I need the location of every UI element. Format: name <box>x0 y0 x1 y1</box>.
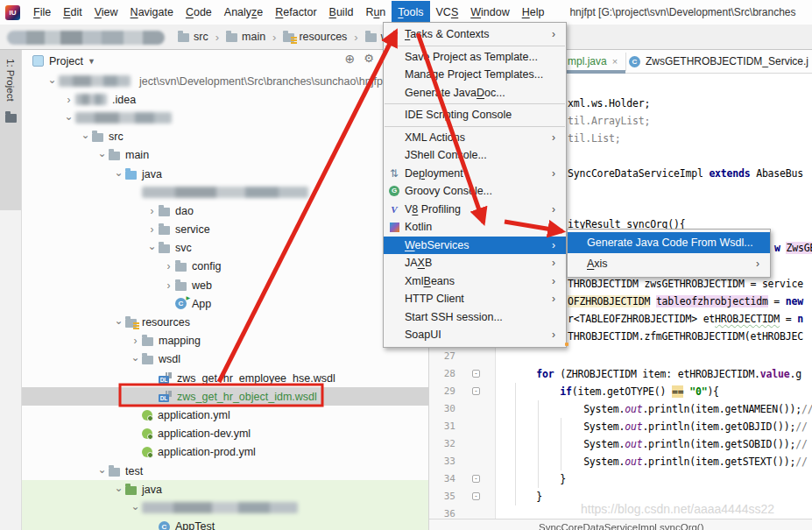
menubar-item-vcs[interactable]: VCS <box>430 1 465 24</box>
chevron-expanded-icon[interactable]: ⌄ <box>112 482 125 494</box>
chevron-down-icon[interactable]: ▼ <box>88 57 95 66</box>
project-tool-window-button[interactable]: 1: Project <box>0 50 21 210</box>
chevron-expanded-icon[interactable]: ⌄ <box>62 110 75 123</box>
tree-item-main[interactable]: ⌄main <box>22 146 428 165</box>
menubar-item-navigate[interactable]: Navigate <box>124 1 180 24</box>
menubar-item-analyze[interactable]: Analyze <box>218 1 269 24</box>
tree-item-label: web <box>192 279 212 292</box>
code-fold-icon[interactable]: - <box>472 387 480 395</box>
chevron-expanded-icon[interactable]: ⌄ <box>79 129 92 141</box>
editor-tab-active[interactable]: mpl.java× <box>568 55 618 67</box>
tree-item-zws_get_hr_employee_hse.wsdl[interactable]: zws_get_hr_employee_hse.wsdl <box>22 369 428 387</box>
menubar-item-file[interactable]: File <box>27 1 57 24</box>
tree-item-application.yml[interactable]: application.yml <box>22 406 428 424</box>
menu-item-soapui[interactable]: SoapUI› <box>384 326 566 344</box>
locate-icon[interactable]: ⊕ <box>345 52 356 66</box>
line-number: 33 <box>429 453 455 470</box>
chevron-collapsed-icon[interactable]: › <box>62 94 75 106</box>
menu-item-tasks-contexts[interactable]: Tasks & Contexts› <box>384 25 566 44</box>
menubar-item-code[interactable]: Code <box>180 1 218 24</box>
tree-item-test[interactable]: ⌄test <box>22 462 428 480</box>
menubar-item-refactor[interactable]: Refactor <box>269 1 322 24</box>
settings-gear-icon[interactable]: ⚙ <box>364 52 374 66</box>
breadcrumb-main[interactable]: main <box>226 31 265 43</box>
menu-item-start-ssh-session[interactable]: Start SSH session... <box>384 308 566 327</box>
menu-item-v8-profiling[interactable]: VV8 Profiling› <box>384 201 566 219</box>
tree-item-service[interactable]: ›service <box>22 221 428 239</box>
menubar-item-tools[interactable]: Tools <box>392 1 429 24</box>
submenu-item-axis[interactable]: Axis› <box>568 253 770 274</box>
chevron-expanded-icon[interactable]: ⌄ <box>145 240 159 252</box>
menubar-item-run[interactable]: Run <box>359 1 392 24</box>
chevron-collapsed-icon[interactable]: › <box>145 223 159 236</box>
menu-item-manage-project-templates[interactable]: Manage Project Templates... <box>384 66 566 84</box>
tree-item-application-prod.yml[interactable]: application-prod.yml <box>22 443 428 462</box>
tree-item-dao[interactable]: ›dao <box>22 201 428 220</box>
tree-item-label: resources <box>142 316 190 329</box>
submenu-arrow-icon: › <box>552 221 566 233</box>
menubar-item-window[interactable]: Window <box>464 1 515 24</box>
chevron-collapsed-icon[interactable]: › <box>129 335 142 347</box>
menu-item-label: Groovy Console... <box>405 185 552 197</box>
menubar-item-help[interactable]: Help <box>516 1 551 24</box>
tree-item-redacted[interactable]: ⌄ <box>22 109 428 127</box>
code-fold-icon[interactable]: - <box>472 492 480 500</box>
menu-item-jaxb[interactable]: JAXB› <box>384 254 566 272</box>
chevron-expanded-icon[interactable]: ⌄ <box>112 166 125 179</box>
tree-item-mapping[interactable]: ›mapping <box>22 332 428 350</box>
menu-item-ide-scripting-console[interactable]: IDE Scripting Console <box>384 106 566 124</box>
menu-item-jshell-console[interactable]: JShell Console... <box>384 146 566 165</box>
tree-item-label: java <box>142 168 162 180</box>
chevron-collapsed-icon[interactable]: › <box>162 279 175 292</box>
breadcrumb-resources[interactable]: resources <box>283 31 347 43</box>
resources-folder-icon <box>125 319 137 328</box>
tree-item-java[interactable]: ⌄java <box>22 480 428 498</box>
code-line-31: 31 System.out.println(item.getOBJID());/… <box>429 418 812 435</box>
tree-item-App[interactable]: App <box>22 294 428 313</box>
chevron-collapsed-icon[interactable]: › <box>162 260 175 272</box>
chevron-expanded-icon[interactable]: ⌄ <box>112 314 125 327</box>
tree-item-src[interactable]: ⌄src <box>22 128 428 146</box>
menu-item-deployment[interactable]: ⇅Deployment› <box>384 165 566 183</box>
tree-item-.idea[interactable]: ›.idea <box>22 90 428 109</box>
tree-item-web[interactable]: ›web <box>22 276 428 294</box>
menu-item-http-client[interactable]: HTTP Client› <box>384 290 566 308</box>
editor-breadcrumb[interactable]: SyncCoreDataServiceImpl syncOrg() <box>539 522 704 530</box>
menubar-item-build[interactable]: Build <box>323 1 360 24</box>
chevron-expanded-icon[interactable]: ⌄ <box>129 500 142 512</box>
chevron-expanded-icon[interactable]: ⌄ <box>46 74 59 86</box>
chevron-expanded-icon[interactable]: ⌄ <box>129 351 142 364</box>
chevron-expanded-icon[interactable]: ⌄ <box>95 463 109 476</box>
tree-item-wsdl[interactable]: ⌄wsdl <box>22 350 428 369</box>
menu-item-groovy-console[interactable]: Groovy Console... <box>384 182 566 201</box>
menu-item-xmlbeans[interactable]: XmlBeans› <box>384 272 566 291</box>
tree-item-redacted[interactable] <box>22 183 428 201</box>
menubar-item-edit[interactable]: Edit <box>57 1 88 24</box>
tree-item-redacted[interactable]: ⌄ject\svn\Development\Src\branches\sunch… <box>22 72 428 90</box>
code-fold-icon[interactable]: - <box>472 370 480 378</box>
tab-close-icon[interactable]: × <box>612 56 618 67</box>
tree-item-svc[interactable]: ⌄svc <box>22 239 428 258</box>
tree-item-java[interactable]: ⌄java <box>22 165 428 183</box>
menu-item-save-project-as-template[interactable]: Save Project as Template... <box>384 48 566 67</box>
project-panel-title[interactable]: Project <box>49 55 83 67</box>
tree-item-redacted[interactable]: ⌄ <box>22 498 428 517</box>
editor-tab-inactive[interactable]: ZwsGETHROBJECTIDM_Service.j <box>646 55 808 67</box>
menu-item-kotlin[interactable]: Kotlin› <box>384 218 566 237</box>
tree-item-AppTest[interactable]: AppTest <box>22 518 428 530</box>
chevron-expanded-icon[interactable]: ⌄ <box>95 147 109 159</box>
breadcrumb-src[interactable]: src <box>178 31 208 43</box>
tree-item-zws_get_hr_object_idm.wsdl[interactable]: zws_get_hr_object_idm.wsdl <box>22 387 428 406</box>
menu-item-xml-actions[interactable]: XML Actions› <box>384 129 566 147</box>
submenu-item-label: Generate Java Code From Wsdl... <box>587 237 756 249</box>
chevron-collapsed-icon[interactable]: › <box>145 205 159 217</box>
menubar-item-view[interactable]: View <box>88 1 124 24</box>
menu-item-generate-javadoc[interactable]: Generate JavaDoc... <box>384 84 566 102</box>
submenu-item-generate-java-code-from-wsdl[interactable]: Generate Java Code From Wsdl... <box>568 232 770 253</box>
menu-icon-cell: V <box>384 203 405 216</box>
tree-item-config[interactable]: ›config <box>22 258 428 276</box>
menu-item-webservices[interactable]: WebServices› <box>384 237 566 255</box>
code-fold-icon[interactable]: - <box>472 475 480 483</box>
tree-item-resources[interactable]: ⌄resources <box>22 313 428 331</box>
tree-item-application-dev.yml[interactable]: application-dev.yml <box>22 425 428 443</box>
